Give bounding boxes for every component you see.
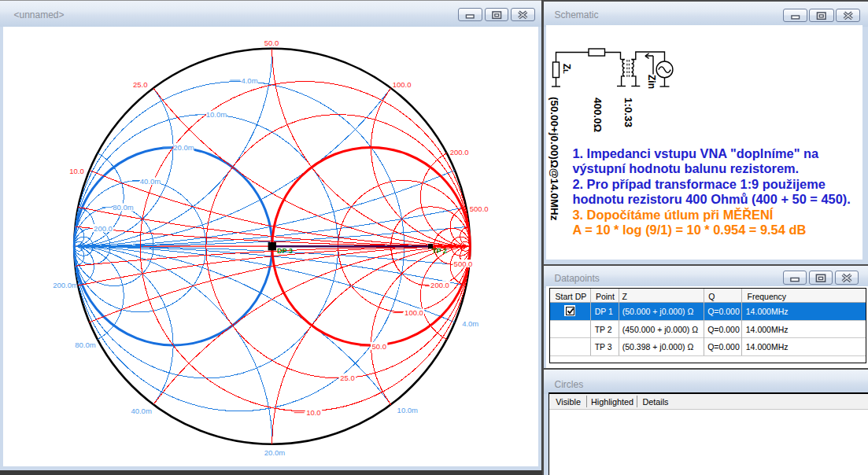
- svg-text:20.0m: 20.0m: [173, 143, 194, 152]
- svg-text:25.0: 25.0: [133, 80, 148, 89]
- svg-text:100.0: 100.0: [404, 308, 423, 317]
- svg-text:10.0: 10.0: [306, 408, 321, 417]
- svg-text:20.0m: 20.0m: [264, 448, 285, 457]
- svg-text:4.0m: 4.0m: [241, 76, 257, 85]
- svg-text:200.0m: 200.0m: [53, 281, 78, 289]
- svg-text:40.0m: 40.0m: [131, 407, 151, 415]
- svg-text:25.0: 25.0: [340, 374, 355, 382]
- svg-text:TP 2: TP 2: [432, 247, 447, 255]
- svg-text:DP 3: DP 3: [277, 247, 293, 255]
- svg-text:100.0: 100.0: [393, 80, 412, 89]
- svg-text:80.0m: 80.0m: [75, 341, 95, 349]
- svg-text:50.0: 50.0: [371, 342, 386, 351]
- svg-text:500.0: 500.0: [470, 204, 489, 213]
- svg-text:50.0: 50.0: [264, 39, 279, 47]
- svg-text:200.0: 200.0: [430, 281, 449, 289]
- svg-text:10.0m: 10.0m: [206, 110, 227, 119]
- svg-text:80.0m: 80.0m: [113, 203, 133, 212]
- svg-text:200.0: 200.0: [450, 148, 469, 156]
- svg-text:10.0: 10.0: [69, 167, 84, 175]
- svg-text:200.0: 200.0: [94, 224, 113, 233]
- svg-text:4.0m: 4.0m: [462, 319, 478, 328]
- svg-text:40.0m: 40.0m: [140, 177, 161, 186]
- svg-text:10.0m: 10.0m: [397, 406, 418, 414]
- svg-text:500.0: 500.0: [454, 260, 473, 268]
